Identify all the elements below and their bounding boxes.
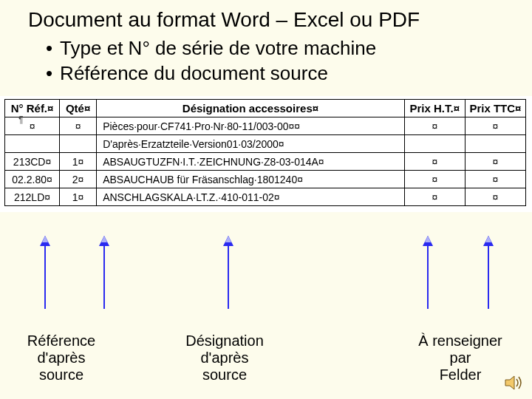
arrow-icon xyxy=(103,236,105,309)
bullet-text: Type et N° de série de votre machine xyxy=(60,36,376,61)
table-container: N° Réf.¤ Qté¤ Désignation accessoires¤ P… xyxy=(0,96,532,212)
accessories-table: N° Réf.¤ Qté¤ Désignation accessoires¤ P… xyxy=(4,99,526,206)
bullet-list: • Type et N° de série de votre machine •… xyxy=(0,32,532,97)
col-ttc: Prix TTC¤ xyxy=(465,100,525,117)
label-line: Désignation xyxy=(185,332,264,349)
label-line: d'après xyxy=(201,349,249,366)
slide-heading: Document au format Word – Excel ou PDF xyxy=(0,0,532,32)
cell-ht xyxy=(404,135,465,153)
cell-ttc xyxy=(465,135,525,153)
cell-qte xyxy=(60,135,97,153)
cell-qte: 1¤ xyxy=(60,188,97,206)
label-reference: Référence d'après source xyxy=(13,332,109,383)
arrow-icon xyxy=(427,236,429,309)
col-des: Désignation accessoires¤ xyxy=(97,100,405,117)
cell-ttc: ¤ xyxy=(465,171,525,188)
cell-ttc: ¤ xyxy=(465,153,525,171)
label-line: À renseigner xyxy=(418,332,502,349)
label-designation: Désignation d'après source xyxy=(166,332,284,383)
cell-ht: ¤ xyxy=(404,117,465,135)
table-row: 212LD¤ 1¤ ANSCHLAGSKALA·LT.Z.·410-011-02… xyxy=(5,188,526,206)
arrow-icon xyxy=(228,236,229,309)
bullet-item: • Référence du document source xyxy=(46,61,532,86)
label-line: source xyxy=(202,366,247,383)
cell-des: ABSAUGTUZFN·I.T.·ZEICHNUNG·Z8-03-014A¤ xyxy=(97,153,405,171)
table-body: ¤ ¤ Pièces·pour·CF741·Pro·Nr·80-11/003-0… xyxy=(5,117,526,206)
label-line: Référence xyxy=(27,332,95,349)
cell-ttc: ¤ xyxy=(465,188,525,206)
label-line: d'après xyxy=(38,349,86,366)
cell-ref: 212LD¤ xyxy=(5,188,60,206)
cell-ref: 213CD¤ xyxy=(5,153,60,171)
speaker-icon xyxy=(504,374,525,392)
table-row: D'après·Erzatzteile·Version01·03/2000¤ xyxy=(5,135,526,153)
arrow-group xyxy=(0,236,532,332)
bullet-dot-icon: • xyxy=(46,36,52,61)
cell-ttc: ¤ xyxy=(465,117,525,135)
table-row: 02.2.80¤ 2¤ ABSAUCHAUB für Fräsanschlag·… xyxy=(5,171,526,188)
table-header-row: N° Réf.¤ Qté¤ Désignation accessoires¤ P… xyxy=(5,100,526,117)
cell-qte: 1¤ xyxy=(60,153,97,171)
bullet-dot-icon: • xyxy=(46,61,52,86)
cell-des: D'après·Erzatzteile·Version01·03/2000¤ xyxy=(97,135,405,153)
cell-ht: ¤ xyxy=(404,171,465,188)
table-row: 213CD¤ 1¤ ABSAUGTUZFN·I.T.·ZEICHNUNG·Z8-… xyxy=(5,153,526,171)
cell-qte: 2¤ xyxy=(60,171,97,188)
cell-ref xyxy=(5,135,60,153)
svg-marker-0 xyxy=(505,376,514,389)
cell-des: ABSAUCHAUB für Fräsanschlag·1801240¤ xyxy=(97,171,405,188)
paragraph-mark-icon: ¶ xyxy=(18,115,23,125)
cell-qte: ¤ xyxy=(60,117,97,135)
arrow-icon xyxy=(44,236,46,309)
cell-des: ANSCHLAGSKALA·LT.Z.·410-011-02¤ xyxy=(97,188,405,206)
arrow-icon xyxy=(488,236,489,309)
col-ref: N° Réf.¤ xyxy=(5,100,60,117)
col-ht: Prix H.T.¤ xyxy=(404,100,465,117)
col-qte: Qté¤ xyxy=(60,100,97,117)
bullet-item: • Type et N° de série de votre machine xyxy=(46,36,532,61)
label-renseigner: À renseigner par Felder xyxy=(405,332,516,383)
cell-ht: ¤ xyxy=(404,188,465,206)
label-line: Felder xyxy=(440,366,482,383)
bullet-text: Référence du document source xyxy=(60,61,328,86)
cell-ref: 02.2.80¤ xyxy=(5,171,60,188)
cell-ref: ¤ xyxy=(5,117,60,135)
cell-des: Pièces·pour·CF741·Pro·Nr·80-11/003-00¤¤ xyxy=(97,117,405,135)
label-line: source xyxy=(39,366,83,383)
cell-ht: ¤ xyxy=(404,153,465,171)
table-row: ¤ ¤ Pièces·pour·CF741·Pro·Nr·80-11/003-0… xyxy=(5,117,526,135)
label-line: par xyxy=(450,349,471,366)
